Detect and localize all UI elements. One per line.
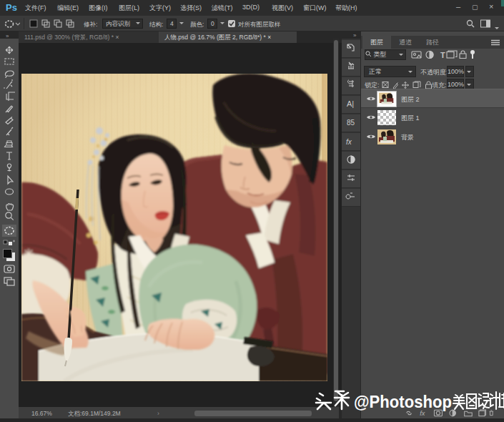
svg-text:T: T [440,51,445,59]
svg-text:@Photoshop: @Photoshop [354,392,452,411]
svg-text:A|: A| [347,99,354,108]
svg-text:85: 85 [347,119,355,127]
svg-text:fx: fx [346,138,352,146]
